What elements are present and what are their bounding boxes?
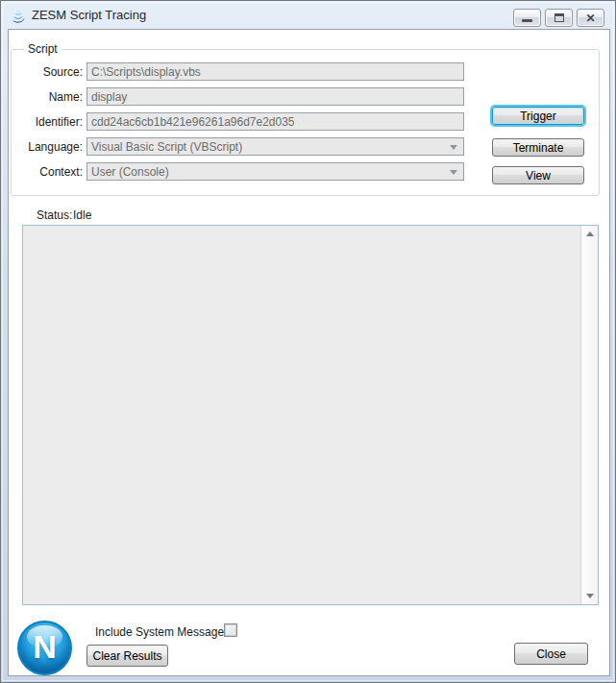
groupbox-title: Script: [24, 42, 62, 56]
language-dropdown[interactable]: Visual Basic Script (VBScript): [86, 137, 464, 156]
language-value: Visual Basic Script (VBScript): [91, 140, 242, 154]
results-output-panel: [22, 225, 599, 605]
close-window-button[interactable]: ✕: [577, 9, 604, 27]
minimize-icon: [522, 19, 532, 22]
close-button[interactable]: Close: [514, 643, 588, 665]
trigger-button[interactable]: Trigger: [492, 107, 584, 125]
identifier-label: Identifier:: [20, 115, 83, 129]
scroll-up-button[interactable]: [581, 226, 599, 242]
close-icon: ✕: [585, 12, 595, 24]
chevron-down-icon: [450, 145, 457, 150]
client-area: Script Source: Name: Identifier: Languag…: [8, 29, 610, 676]
include-system-messages-checkbox[interactable]: [224, 623, 237, 637]
context-value: User (Console): [91, 165, 169, 179]
source-field[interactable]: [86, 62, 464, 81]
include-system-messages-label: Include System Messages: [95, 625, 230, 639]
scroll-down-button[interactable]: [581, 588, 599, 604]
vertical-scrollbar[interactable]: [580, 226, 598, 604]
titlebar[interactable]: ZESM Script Tracing ✕: [1, 1, 615, 29]
chevron-down-icon: [450, 170, 457, 175]
logo-letter: N: [19, 630, 70, 663]
status-label: Status:: [37, 208, 72, 222]
view-button[interactable]: View: [492, 166, 584, 184]
arrow-up-icon: [586, 232, 594, 236]
maximize-icon: [554, 13, 564, 22]
arrow-down-icon: [586, 594, 594, 598]
context-label: Context:: [20, 165, 83, 179]
minimize-button[interactable]: [513, 9, 541, 27]
zenworks-app-icon: [11, 8, 26, 23]
identifier-field[interactable]: [86, 112, 464, 131]
name-field[interactable]: [86, 87, 464, 106]
terminate-button[interactable]: Terminate: [492, 138, 584, 157]
novell-logo-icon: N: [17, 621, 72, 675]
maximize-button[interactable]: [545, 9, 573, 27]
language-label: Language:: [20, 140, 83, 154]
name-label: Name:: [20, 90, 83, 104]
window-title: ZESM Script Tracing: [32, 8, 146, 22]
source-label: Source:: [20, 65, 83, 79]
window: ZESM Script Tracing ✕ Script Source: Nam…: [0, 0, 616, 683]
clear-results-button[interactable]: Clear Results: [86, 645, 168, 667]
context-dropdown[interactable]: User (Console): [86, 162, 464, 181]
status-value: Idle: [73, 208, 91, 222]
